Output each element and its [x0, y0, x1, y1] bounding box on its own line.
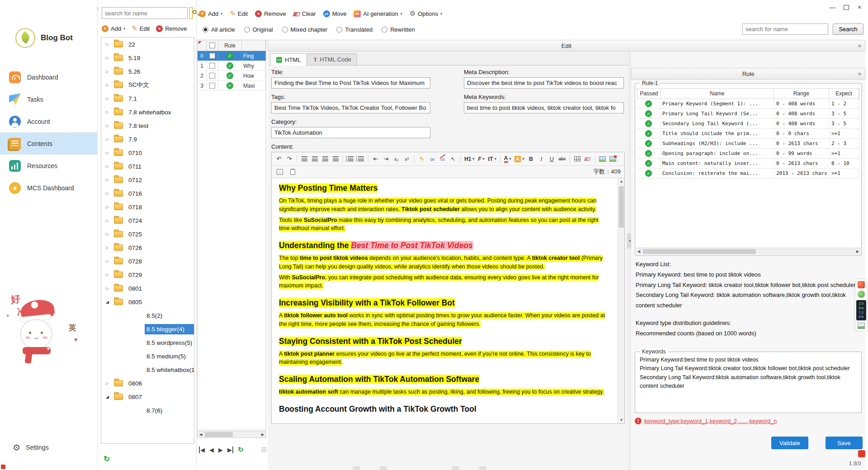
expand-arrow-icon[interactable]: [106, 395, 114, 399]
expand-arrow-icon[interactable]: [106, 218, 114, 223]
tree-item[interactable]: 7.1: [101, 92, 194, 105]
rule-column-header[interactable]: Rule: [218, 40, 242, 51]
tree-item[interactable]: 0805: [101, 295, 194, 309]
insert-link-button[interactable]: [428, 154, 437, 164]
heading-select[interactable]: H1▾: [463, 154, 475, 164]
toolbar-button[interactable]: Move ▾: [323, 10, 347, 17]
rule-row[interactable]: Subheadings (H2/H3): include ... 0 - 261…: [637, 139, 859, 149]
toolbar-button[interactable]: Clear ▾: [293, 10, 316, 17]
align-right-button[interactable]: [321, 154, 330, 164]
tree-item[interactable]: 0807: [101, 390, 194, 404]
range-column-header[interactable]: Range: [774, 89, 829, 99]
article-row[interactable]: 0 Fing: [198, 51, 266, 61]
sidebar-item[interactable]: Dashboard: [0, 66, 98, 88]
collapse-panel-icon[interactable]: »: [858, 42, 861, 49]
rule-row[interactable]: Conclusion: reiterate the mai... 2013 - …: [637, 169, 859, 179]
tree-item[interactable]: 8.7(6): [101, 404, 194, 417]
select-all-checkbox[interactable]: [207, 40, 218, 51]
align-center-button[interactable]: [310, 154, 319, 164]
tree-item[interactable]: 5.19: [101, 51, 194, 65]
expand-arrow-icon[interactable]: [106, 178, 114, 182]
save-button[interactable]: Save: [826, 437, 863, 449]
subscript-button[interactable]: x₂: [392, 154, 401, 164]
maximize-button[interactable]: [839, 2, 853, 13]
tree-item[interactable]: 0710: [101, 146, 194, 160]
insert-table-button[interactable]: [573, 154, 582, 164]
outdent-button[interactable]: ⇤: [371, 154, 380, 164]
tree-item[interactable]: 0806: [101, 376, 194, 390]
search-button[interactable]: Search: [833, 24, 863, 35]
expand-arrow-icon[interactable]: [106, 205, 114, 209]
overlay-record-icon[interactable]: [858, 281, 865, 288]
tree-item[interactable]: 0711: [101, 160, 194, 173]
tree-item[interactable]: 8.5 whitehatbox(1): [101, 363, 194, 376]
overlay-status-icon[interactable]: [858, 291, 865, 298]
refresh-icon[interactable]: [104, 454, 110, 464]
title-input[interactable]: [271, 77, 430, 89]
remove-link-button[interactable]: [438, 154, 447, 164]
sidebar-item[interactable]: Tasks: [0, 88, 98, 110]
tree-item[interactable]: 0712: [101, 173, 194, 187]
scrollbar-thumb[interactable]: [619, 186, 624, 228]
sidebar-item[interactable]: Contents: [0, 132, 98, 155]
tree-item[interactable]: 0724: [101, 214, 194, 227]
insert-image-button[interactable]: [598, 154, 607, 164]
tree-item[interactable]: 0801: [101, 282, 194, 295]
expand-arrow-icon[interactable]: [106, 42, 114, 47]
editor-tab[interactable]: HTML Code: [307, 53, 357, 65]
expand-arrow-icon[interactable]: [106, 164, 114, 169]
editor-content[interactable]: Why Posting Time MattersOn TikTok, timin…: [272, 178, 618, 423]
validate-button[interactable]: Validate: [771, 437, 808, 449]
rule-horizontal-scrollbar[interactable]: ◀ ▶: [636, 248, 861, 255]
sidebar-item[interactable]: MCS Dashboard: [0, 177, 98, 199]
scrollbar-thumb[interactable]: [643, 249, 756, 254]
expand-arrow-icon[interactable]: [106, 96, 114, 101]
article-row[interactable]: 1 Why: [198, 61, 266, 71]
unordered-list-button[interactable]: [356, 154, 365, 164]
sidebar-item[interactable]: Account: [0, 110, 98, 132]
toolbar-button[interactable]: Edit ▾: [230, 9, 248, 18]
editor-tab[interactable]: HTML: [270, 53, 307, 66]
next-page-button[interactable]: ▶: [218, 446, 223, 453]
expand-arrow-icon[interactable]: [106, 123, 114, 128]
tree-item[interactable]: 7.8 whitehatbox: [101, 105, 194, 119]
row-checkbox[interactable]: [207, 71, 218, 80]
strikethrough-button[interactable]: abc: [557, 154, 566, 164]
select-tool-button[interactable]: [448, 154, 458, 164]
tags-input[interactable]: [271, 102, 430, 113]
tree-item[interactable]: 5.26: [101, 65, 194, 78]
tray-icon[interactable]: [858, 450, 865, 457]
grid-horizontal-scrollbar[interactable]: ◀ ▶: [197, 431, 266, 438]
tree-action-button[interactable]: Add ▾: [102, 25, 125, 32]
scroll-left-icon[interactable]: ◀: [636, 249, 642, 254]
font-size-select[interactable]: tT▾: [487, 154, 497, 164]
expand-arrow-icon[interactable]: [106, 56, 114, 60]
expand-arrow-icon[interactable]: [106, 245, 114, 250]
sidebar-item-settings[interactable]: Settings: [0, 439, 98, 456]
passed-column-header[interactable]: Passed: [637, 89, 661, 99]
tree-item[interactable]: 8.5 medium(5): [101, 349, 194, 363]
rule-row[interactable]: Title should include the prim... 0 - 0 c…: [637, 129, 859, 139]
meta-description-input[interactable]: [464, 77, 624, 89]
editor-scrollbar[interactable]: ▲ ▼: [618, 178, 624, 423]
close-button[interactable]: ×: [853, 2, 866, 13]
align-justify-button[interactable]: [331, 154, 340, 164]
rule-row[interactable]: Main content: naturally inser... 0 - 261…: [637, 159, 859, 169]
tree-item[interactable]: SC中文: [101, 78, 194, 92]
article-row[interactable]: 2 How: [198, 71, 266, 81]
toolbar-button[interactable]: Options ▾: [410, 9, 442, 18]
font-color-button[interactable]: A▾: [503, 154, 512, 164]
grid-corner-indicator[interactable]: [198, 40, 207, 51]
row-checkbox[interactable]: [207, 61, 218, 70]
category-input[interactable]: [271, 127, 430, 138]
tree-search-button[interactable]: [189, 7, 193, 19]
italic-button[interactable]: I: [537, 154, 546, 164]
rule-row[interactable]: Opening paragraph: include on... 0 - 99 …: [637, 149, 859, 159]
tree-item[interactable]: 0729: [101, 268, 194, 282]
ordered-list-button[interactable]: [346, 154, 355, 164]
scroll-right-icon[interactable]: ▶: [259, 432, 266, 437]
expand-arrow-icon[interactable]: [106, 150, 114, 155]
row-checkbox[interactable]: [207, 51, 218, 61]
meta-keywords-input[interactable]: [464, 102, 624, 113]
prev-page-button[interactable]: ◀: [209, 446, 214, 453]
